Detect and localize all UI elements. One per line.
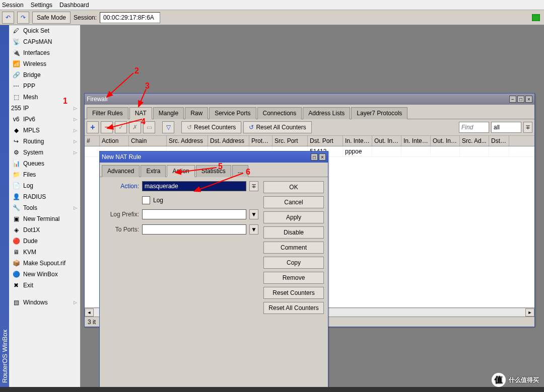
dlg-tab-action[interactable]: Action bbox=[167, 165, 194, 177]
menu-session[interactable]: Session bbox=[2, 2, 24, 9]
column-header[interactable]: Src. Address bbox=[167, 136, 208, 146]
apply-button[interactable]: Apply bbox=[263, 211, 324, 223]
sidebar-item-new-terminal[interactable]: ▣New Terminal bbox=[9, 213, 80, 224]
sidebar-item-radius[interactable]: 👤RADIUS bbox=[9, 191, 80, 202]
sidebar-item-windows[interactable]: ▤Windows▷ bbox=[9, 297, 80, 308]
to-ports-arrow[interactable]: ▼ bbox=[249, 224, 258, 234]
ok-button[interactable]: OK bbox=[263, 181, 324, 193]
session-mac-field[interactable]: 00:0C:29:17:8F:6A bbox=[100, 12, 160, 23]
disable-button[interactable]: ✗ bbox=[129, 121, 141, 133]
caret-icon: ▷ bbox=[74, 205, 77, 210]
tab-mangle[interactable]: Mangle bbox=[153, 107, 184, 119]
sidebar-item-dot1x[interactable]: ◈Dot1X bbox=[9, 224, 80, 236]
menu-dashboard[interactable]: Dashboard bbox=[59, 2, 89, 9]
action-combo-arrow[interactable]: ∓ bbox=[249, 181, 258, 191]
reset-counters-button[interactable]: Reset Counters bbox=[263, 287, 324, 299]
column-header[interactable]: In. Inter... bbox=[343, 136, 372, 146]
column-header[interactable]: Action bbox=[100, 136, 129, 146]
remove-button[interactable]: Remove bbox=[263, 272, 324, 284]
sidebar-item-interfaces[interactable]: 🔌Interfaces bbox=[9, 47, 80, 58]
column-header[interactable]: # bbox=[85, 136, 100, 146]
to-ports-input[interactable] bbox=[142, 224, 246, 234]
log-prefix-input[interactable] bbox=[142, 209, 246, 219]
firewall-maximize-button[interactable]: □ bbox=[517, 96, 524, 103]
sidebar-item-capsman[interactable]: 📡CAPsMAN bbox=[9, 36, 80, 47]
sidebar-item-exit[interactable]: ✖Exit bbox=[9, 280, 80, 291]
tab-nat[interactable]: NAT bbox=[129, 107, 152, 119]
sidebar-item-ipv6[interactable]: v6IPv6▷ bbox=[9, 114, 80, 125]
nat-dialog-maximize-button[interactable]: □ bbox=[311, 153, 318, 161]
add-button[interactable]: + bbox=[87, 121, 99, 133]
nat-dialog-titlebar[interactable]: New NAT Rule □ × bbox=[100, 151, 328, 163]
column-header[interactable]: Proto... bbox=[249, 136, 273, 146]
tab-connections[interactable]: Connections bbox=[257, 107, 302, 119]
reset-counters-button[interactable]: ↺Reset Counters bbox=[181, 121, 241, 133]
sidebar-item-quick-set[interactable]: 🖊Quick Set bbox=[9, 25, 80, 36]
safe-mode-button[interactable]: Safe Mode bbox=[32, 12, 71, 24]
remove-button[interactable]: − bbox=[101, 121, 113, 133]
sidebar-icon: 📄 bbox=[12, 182, 20, 190]
sidebar-item-system[interactable]: ⚙System▷ bbox=[9, 147, 80, 158]
scroll-left-button[interactable]: ◄ bbox=[85, 308, 94, 317]
tab-service-ports[interactable]: Service Ports bbox=[209, 107, 256, 119]
column-header[interactable]: Out. Int... bbox=[431, 136, 460, 146]
sidebar-item-mpls[interactable]: ◆MPLS▷ bbox=[9, 125, 80, 136]
column-header[interactable]: Out. Int... bbox=[372, 136, 401, 146]
action-combo[interactable]: masquerade bbox=[142, 181, 246, 191]
column-header[interactable]: Src. Ad... bbox=[460, 136, 489, 146]
sidebar-item-routing[interactable]: ↪Routing▷ bbox=[9, 136, 80, 147]
column-header[interactable]: Chain bbox=[129, 136, 167, 146]
filter-combo[interactable]: all bbox=[491, 122, 521, 133]
nat-dialog-close-button[interactable]: × bbox=[319, 153, 326, 161]
filter-button[interactable]: ▽ bbox=[162, 121, 174, 133]
reset-all-counters-button[interactable]: ↺Reset All Counters bbox=[243, 121, 311, 133]
sidebar-label: Windows bbox=[23, 299, 48, 306]
disable-button[interactable]: Disable bbox=[263, 226, 324, 239]
firewall-close-button[interactable]: × bbox=[525, 96, 532, 103]
column-header[interactable]: Dst. A bbox=[489, 136, 509, 146]
column-header[interactable]: Src. Port bbox=[273, 136, 308, 146]
filter-combo-arrow[interactable]: ∓ bbox=[523, 122, 532, 133]
sidebar-item-log[interactable]: 📄Log bbox=[9, 180, 80, 191]
firewall-minimize-button[interactable]: − bbox=[509, 96, 516, 103]
comment-button[interactable]: ▭ bbox=[143, 121, 155, 133]
tab-address-lists[interactable]: Address Lists bbox=[303, 107, 350, 119]
enable-button[interactable]: ✓ bbox=[115, 121, 127, 133]
dlg-tab-statistics[interactable]: Statistics bbox=[196, 165, 231, 177]
sidebar-item-files[interactable]: 📁Files bbox=[9, 169, 80, 180]
redo-button[interactable]: ↷ bbox=[17, 12, 29, 24]
sidebar-item-ppp[interactable]: ⋯PPP bbox=[9, 81, 80, 92]
column-header[interactable]: Dst. Address bbox=[208, 136, 249, 146]
sidebar-item-ip[interactable]: 255IP▷ bbox=[9, 103, 80, 114]
log-checkbox[interactable] bbox=[142, 196, 150, 204]
column-header[interactable]: Dst. Port bbox=[308, 136, 343, 146]
sidebar-item-wireless[interactable]: 📶Wireless bbox=[9, 58, 80, 69]
sidebar-item-mesh[interactable]: ⬚Mesh bbox=[9, 92, 80, 103]
find-input[interactable] bbox=[459, 122, 489, 133]
sidebar-item-new-winbox[interactable]: 🔵New WinBox bbox=[9, 269, 80, 280]
cancel-button[interactable]: Cancel bbox=[263, 196, 324, 208]
firewall-titlebar[interactable]: Firewall − □ × bbox=[85, 94, 534, 105]
copy-button[interactable]: Copy bbox=[263, 257, 324, 269]
dlg-tab-extra[interactable]: Extra bbox=[141, 165, 166, 177]
log-prefix-arrow[interactable]: ▼ bbox=[249, 209, 258, 219]
sidebar-item-queues[interactable]: 📊Queues bbox=[9, 158, 80, 169]
column-header[interactable]: In. Inter... bbox=[401, 136, 431, 146]
firewall-title: Firewall bbox=[87, 96, 107, 103]
menu-settings[interactable]: Settings bbox=[31, 2, 52, 9]
nat-dialog-buttons: OKCancelApplyDisableCommentCopyRemoveRes… bbox=[263, 181, 324, 314]
reset-all-counters-button[interactable]: Reset All Counters bbox=[263, 302, 324, 314]
undo-button[interactable]: ↶ bbox=[2, 12, 14, 24]
scroll-right-button[interactable]: ► bbox=[525, 308, 534, 317]
sidebar-item-tools[interactable]: 🔧Tools▷ bbox=[9, 202, 80, 213]
comment-button[interactable]: Comment bbox=[263, 242, 324, 254]
dlg-tab-advanced[interactable]: Advanced bbox=[102, 165, 140, 177]
sidebar-item-make-supout.rif[interactable]: 📦Make Supout.rif bbox=[9, 258, 80, 269]
tab-filter-rules[interactable]: Filter Rules bbox=[87, 107, 128, 119]
tab-raw[interactable]: Raw bbox=[185, 107, 208, 119]
sidebar-item-bridge[interactable]: 🔗Bridge bbox=[9, 69, 80, 81]
dlg-tab-...[interactable]: ... bbox=[232, 165, 248, 177]
sidebar-item-kvm[interactable]: 🖥KVM bbox=[9, 247, 80, 258]
tab-layer7-protocols[interactable]: Layer7 Protocols bbox=[351, 107, 407, 119]
sidebar-item-dude[interactable]: 🔴Dude bbox=[9, 236, 80, 247]
